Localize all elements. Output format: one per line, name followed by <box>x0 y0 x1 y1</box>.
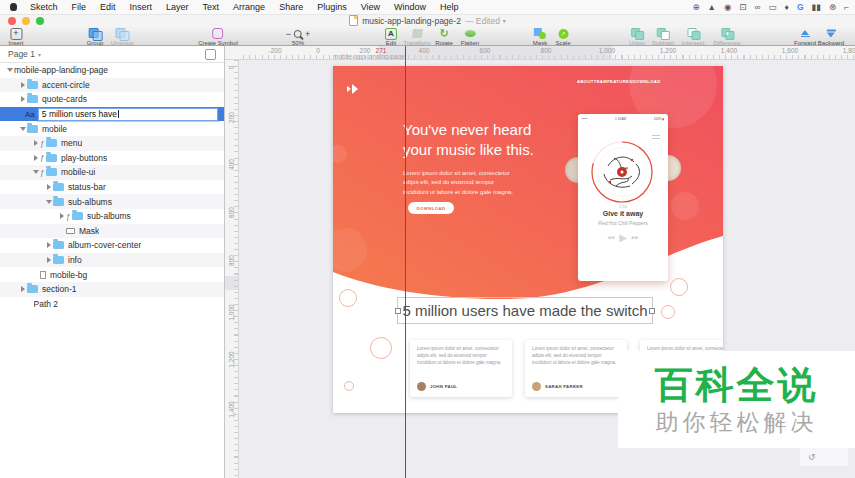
disclosure-arrow-icon[interactable] <box>7 68 13 72</box>
close-button[interactable] <box>8 17 16 25</box>
minimize-button[interactable] <box>22 17 30 25</box>
layer-row[interactable]: ƒ info Aa info <box>0 253 224 268</box>
disclosure-arrow-icon[interactable] <box>60 213 64 219</box>
group-button[interactable]: Group <box>87 28 104 46</box>
layer-name: info <box>68 255 82 265</box>
forward-button[interactable]: Forward <box>794 28 816 46</box>
disclosure-arrow-icon[interactable] <box>20 127 26 131</box>
disclosure-arrow-icon[interactable] <box>34 140 38 146</box>
rotate-button[interactable]: Rotate <box>435 28 453 46</box>
layer-row[interactable]: ƒ sub-albums Aa sub-albums <box>0 194 224 209</box>
backward-icon <box>827 30 836 38</box>
layer-row[interactable]: ƒ 5 million users have Aa 5 million user… <box>0 107 224 122</box>
hero-section-layer[interactable]: ABOUTTEAMFEATURESDOWNLOAD You've never h… <box>333 66 723 306</box>
backward-button[interactable]: Backward <box>818 28 844 46</box>
layer-row[interactable]: ƒ status-bar Aa status-bar <box>0 180 224 195</box>
layer-row[interactable]: ƒ sub-albums Aa sub-albums <box>0 209 224 224</box>
union-button[interactable]: Union <box>629 28 645 46</box>
scale-button[interactable]: Scale <box>555 28 570 46</box>
status-bar-icon[interactable]: ◉ <box>724 2 731 12</box>
selection-handle[interactable] <box>395 308 401 314</box>
disclosure-arrow-icon[interactable] <box>33 170 39 174</box>
status-bar-icon[interactable]: ⊛ <box>829 2 836 12</box>
status-bar-icon[interactable]: ▲ <box>708 2 716 12</box>
status-bar-icon[interactable]: ∞ <box>754 2 760 12</box>
disclosure-arrow-icon[interactable] <box>21 96 25 102</box>
layer-row[interactable]: ƒ Mask Aa Mask <box>0 224 224 239</box>
menu-item[interactable]: Help <box>433 2 466 12</box>
zoom-button[interactable] <box>36 17 44 25</box>
artboard-name-label[interactable]: mobile-app-landing-page <box>333 53 405 60</box>
menu-item[interactable]: View <box>354 2 387 12</box>
intersect-button[interactable]: Intersect <box>681 28 704 46</box>
ruler-label: 1,200 <box>228 350 235 370</box>
title-chevron-icon[interactable] <box>503 17 506 24</box>
disclosure-arrow-icon[interactable] <box>47 242 51 248</box>
layer-row[interactable]: ƒ play-buttons Aa play-buttons <box>0 151 224 166</box>
layer-rename-input[interactable]: 5 million users have <box>38 108 218 121</box>
edit-button[interactable]: Edit <box>385 28 397 46</box>
menu-item[interactable]: Text <box>196 2 227 12</box>
layer-row[interactable]: ƒ album-cover-center Aa album-cover-cent… <box>0 238 224 253</box>
menu-item[interactable]: Edit <box>93 2 123 12</box>
insert-plus-icon <box>10 28 22 40</box>
mask-button[interactable]: Mask <box>533 28 547 46</box>
selection-handle[interactable] <box>649 308 655 314</box>
menu-item[interactable]: Arrange <box>226 2 272 12</box>
horizontal-ruler[interactable]: -20002002714006008001,0001,2001,4001,600… <box>225 46 855 60</box>
layer-row[interactable]: ƒ mobile-ui Aa mobile-ui <box>0 165 224 180</box>
zoom-control[interactable]: 50% <box>286 28 311 46</box>
difference-button[interactable]: Difference <box>713 28 740 46</box>
phone-mockup-layer[interactable]: ••••• 1:16 AM 100% ▮ <box>578 114 668 281</box>
menu-item[interactable]: Sketch <box>23 2 65 12</box>
disclosure-arrow-icon[interactable] <box>47 257 51 263</box>
forward-icon <box>800 30 809 38</box>
create-symbol-button[interactable]: Create Symbol <box>198 28 238 46</box>
layer-row[interactable]: ƒ quote-cards Aa quote-cards <box>0 92 224 107</box>
layer-row[interactable]: ƒ mobile Aa mobile <box>0 121 224 136</box>
zoom-in-icon[interactable] <box>305 29 310 39</box>
menu-item[interactable]: Insert <box>123 2 160 12</box>
disclosure-arrow-icon[interactable] <box>34 155 38 161</box>
status-bar-icon[interactable]: ▭ <box>769 2 777 12</box>
page-selector[interactable]: Page 1 <box>0 46 224 63</box>
menu-item[interactable]: Share <box>272 2 310 12</box>
ruler-label: 1,200 <box>660 47 676 54</box>
status-bar-icon[interactable]: ♦ <box>785 2 789 12</box>
menu-item[interactable]: File <box>65 2 94 12</box>
flatten-button[interactable]: Flatten <box>461 28 479 46</box>
page-list-icon[interactable] <box>205 49 216 60</box>
sketch-app-window: SketchFileEditInsertLayerTextArrangeShar… <box>0 0 855 478</box>
quote-card[interactable]: Lorem ipsum dolor sit amet, consectetur … <box>525 340 627 397</box>
vertical-ruler[interactable]: 02004006008001,0001,2001,400 <box>225 60 239 478</box>
disclosure-arrow-icon[interactable] <box>21 82 25 88</box>
layer-row[interactable]: ƒ mobile-app-landing-page Aa mobile-app-… <box>0 63 224 78</box>
disclosure-arrow-icon[interactable] <box>21 286 25 292</box>
status-bar-icon[interactable]: ▮▮ <box>812 2 821 12</box>
status-bar-icon[interactable]: ⊡ <box>739 2 746 12</box>
layer-row[interactable]: ƒ Path 2 Aa Path 2 <box>0 297 224 312</box>
layer-row[interactable]: ƒ section-1 Aa section-1 <box>0 282 224 297</box>
apple-menu-icon[interactable] <box>10 3 17 11</box>
document-title: music-app-landing-page-2 <box>362 16 461 26</box>
canvas-guide-line[interactable] <box>405 46 406 478</box>
status-bar-icon[interactable]: G <box>797 2 804 12</box>
zoom-out-icon[interactable] <box>286 29 291 39</box>
disclosure-arrow-icon[interactable] <box>47 184 51 190</box>
layer-row[interactable]: ƒ mobile-bg Aa mobile-bg <box>0 267 224 282</box>
menu-item[interactable]: Layer <box>159 2 196 12</box>
layer-row[interactable]: ƒ menu Aa menu <box>0 136 224 151</box>
layer-name: Mask <box>79 226 99 236</box>
quote-card[interactable]: Lorem ipsum dolor sit amet, consectetur … <box>410 340 512 397</box>
status-bar-icon[interactable]: ⌐ <box>844 2 849 12</box>
heading-text-layer[interactable]: 5 million users have made the switch <box>397 297 653 324</box>
disclosure-arrow-icon[interactable] <box>46 200 52 204</box>
difference-icon <box>721 28 733 39</box>
layer-row[interactable]: ƒ accent-circle Aa accent-circle <box>0 78 224 93</box>
status-bar-icon[interactable]: ⊕ <box>692 2 699 12</box>
menu-item[interactable]: Plugins <box>310 2 354 12</box>
subtract-button[interactable]: Subtract <box>652 28 674 46</box>
accent-circle <box>370 337 392 359</box>
menu-item[interactable]: Window <box>387 2 433 12</box>
insert-button[interactable]: Insert <box>8 28 23 46</box>
